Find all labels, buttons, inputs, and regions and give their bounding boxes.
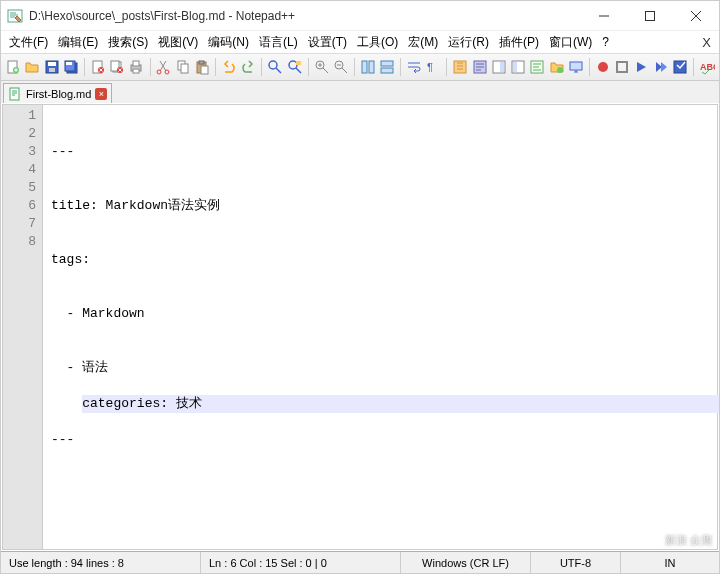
sync-v-icon[interactable] [360,56,376,78]
svg-point-19 [165,70,169,74]
line-number: 3 [3,143,36,161]
close-button[interactable] [673,1,719,31]
toolbar-separator [215,58,216,76]
svg-rect-31 [369,61,374,73]
print-icon[interactable] [128,56,144,78]
menu-search[interactable]: 搜索(S) [104,32,152,53]
zoom-in-icon[interactable] [313,56,329,78]
menu-language[interactable]: 语言(L) [255,32,302,53]
cut-icon[interactable] [155,56,171,78]
line-number: 4 [3,161,36,179]
menu-plugins[interactable]: 插件(P) [495,32,543,53]
zoom-out-icon[interactable] [333,56,349,78]
toolbar-separator [84,58,85,76]
monitor-icon[interactable] [568,56,584,78]
indent-guide-icon[interactable] [452,56,468,78]
record-macro-icon[interactable] [595,56,611,78]
line-number: 5 [3,179,36,197]
svg-rect-9 [66,62,72,65]
minimize-button[interactable] [581,1,627,31]
menu-run[interactable]: 运行(R) [444,32,493,53]
svg-rect-23 [199,61,204,64]
show-all-chars-icon[interactable]: ¶ [425,56,441,78]
svg-rect-30 [362,61,367,73]
func-list-icon[interactable] [529,56,545,78]
menu-window[interactable]: 窗口(W) [545,32,596,53]
file-tab[interactable]: First-Blog.md × [3,83,112,103]
play-macro-icon[interactable] [633,56,649,78]
sync-h-icon[interactable] [379,56,395,78]
maximize-button[interactable] [627,1,673,31]
svg-rect-27 [296,61,301,65]
svg-point-26 [289,61,297,69]
doc-list-icon[interactable] [510,56,526,78]
svg-rect-45 [617,62,627,72]
tab-label: First-Blog.md [26,88,91,100]
toolbar-separator [308,58,309,76]
menu-help[interactable]: ? [598,33,613,51]
redo-icon[interactable] [240,56,256,78]
wordwrap-icon[interactable] [406,56,422,78]
undo-icon[interactable] [221,56,237,78]
doc-map-icon[interactable] [491,56,507,78]
menu-tools[interactable]: 工具(O) [353,32,402,53]
find-icon[interactable] [267,56,283,78]
menu-file[interactable]: 文件(F) [5,32,52,53]
toolbar-separator [400,58,401,76]
watermark: 新浪 众测 [665,534,712,546]
svg-rect-38 [500,62,504,72]
line-number: 6 [3,197,36,215]
editor[interactable]: 1 2 3 4 5 6 7 8 --- title: Markdown语法实例 … [2,104,718,550]
status-position: Ln : 6 Col : 15 Sel : 0 | 0 [201,552,401,573]
line-number: 7 [3,215,36,233]
save-icon[interactable] [44,56,60,78]
menu-settings[interactable]: 设置(T) [304,32,351,53]
replace-icon[interactable] [286,56,302,78]
svg-rect-24 [201,66,208,74]
close-all-icon[interactable] [109,56,125,78]
udl-icon[interactable] [471,56,487,78]
menu-edit[interactable]: 编辑(E) [54,32,102,53]
close-file-icon[interactable] [90,56,106,78]
svg-rect-32 [381,61,393,66]
code-line: - Markdown [51,305,713,323]
code-line-current: categories: 技术 [82,395,720,413]
toolbar-separator [354,58,355,76]
status-eol[interactable]: Windows (CR LF) [401,552,531,573]
copy-icon[interactable] [175,56,191,78]
status-encoding[interactable]: UTF-8 [531,552,621,573]
toolbar: ¶ ABC [1,53,719,81]
spellcheck-icon[interactable]: ABC [699,56,715,78]
play-multi-icon[interactable] [653,56,669,78]
menu-close-x[interactable]: X [702,35,711,50]
line-number: 1 [3,107,36,125]
file-type-icon [8,87,22,101]
new-file-icon[interactable] [5,56,21,78]
tab-close-icon[interactable]: × [95,88,107,100]
titlebar: D:\Hexo\source\_posts\First-Blog.md - No… [1,1,719,31]
svg-point-25 [269,61,277,69]
menu-encoding[interactable]: 编码(N) [204,32,253,53]
svg-rect-17 [133,69,139,73]
status-mode[interactable]: IN [621,552,719,573]
code-line: --- [51,143,713,161]
open-file-icon[interactable] [24,56,40,78]
save-macro-icon[interactable] [672,56,688,78]
svg-rect-5 [48,62,56,66]
code-line: - 语法 [51,359,713,377]
menu-view[interactable]: 视图(V) [154,32,202,53]
toolbar-separator [150,58,151,76]
paste-icon[interactable] [194,56,210,78]
status-length: Use length : 94 lines : 8 [1,552,201,573]
svg-rect-21 [181,64,188,73]
menubar: 文件(F) 编辑(E) 搜索(S) 视图(V) 编码(N) 语言(L) 设置(T… [1,31,719,53]
folder-workspace-icon[interactable] [549,56,565,78]
window-title: D:\Hexo\source\_posts\First-Blog.md - No… [29,9,581,23]
toolbar-separator [589,58,590,76]
code-area[interactable]: --- title: Markdown语法实例 tags: - Markdown… [43,105,717,549]
window-controls [581,1,719,31]
svg-rect-1 [646,11,655,20]
stop-macro-icon[interactable] [614,56,630,78]
save-all-icon[interactable] [63,56,79,78]
menu-macro[interactable]: 宏(M) [404,32,442,53]
